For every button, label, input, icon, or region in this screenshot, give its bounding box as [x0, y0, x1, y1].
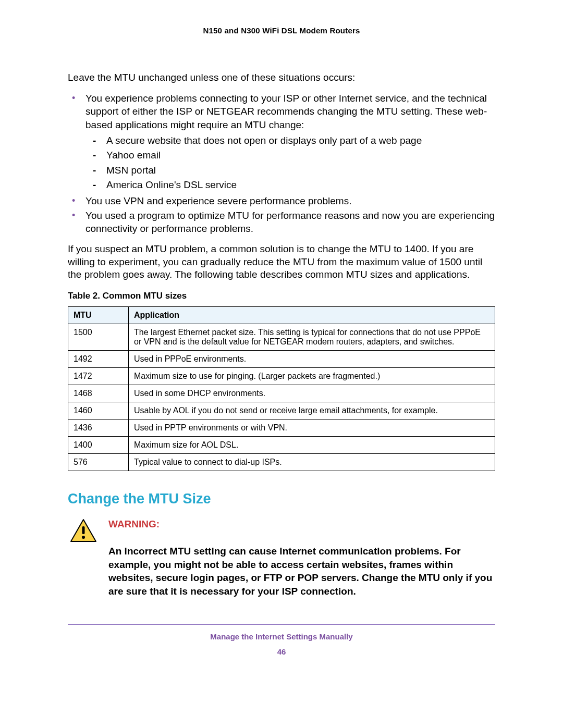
list-item: You used a program to optimize MTU for p… [83, 209, 495, 236]
sub-list: A secure website that does not open or d… [85, 134, 495, 192]
page-footer: Manage the Internet Settings Manually 46 [68, 632, 495, 656]
table-row: 1472 Maximum size to use for pinging. (L… [68, 367, 495, 385]
table-row: 576 Typical value to connect to dial-up … [68, 453, 495, 471]
warning-label: WARNING: [108, 519, 495, 530]
cell-app: Maximum size for AOL DSL. [129, 436, 495, 453]
cell-app: The largest Ethernet packet size. This s… [129, 324, 495, 350]
list-item-text: You experience problems connecting to yo… [85, 93, 487, 130]
cell-app: Used in PPPoE environments. [129, 350, 495, 367]
footer-divider [68, 624, 495, 625]
cell-app: Used in PPTP environments or with VPN. [129, 419, 495, 436]
cell-mtu: 1468 [68, 385, 129, 402]
warning-icon [70, 519, 97, 545]
footer-page-number: 46 [68, 647, 495, 656]
table-row: 1460 Usable by AOL if you do not send or… [68, 402, 495, 419]
table-row: 1492 Used in PPPoE environments. [68, 350, 495, 367]
svg-point-2 [82, 536, 85, 539]
cell-mtu: 1400 [68, 436, 129, 453]
list-item: You experience problems connecting to yo… [83, 92, 495, 192]
sub-list-item: Yahoo email [104, 149, 495, 163]
section-heading-change-mtu: Change the MTU Size [68, 491, 495, 507]
explanation-paragraph: If you suspect an MTU problem, a common … [68, 243, 495, 281]
cell-app: Used in some DHCP environments. [129, 385, 495, 402]
warning-content: WARNING: An incorrect MTU setting can ca… [108, 519, 495, 598]
list-item: You use VPN and experience severe perfor… [83, 194, 495, 208]
sub-list-item: A secure website that does not open or d… [104, 134, 495, 148]
warning-box: WARNING: An incorrect MTU setting can ca… [68, 519, 495, 598]
warning-text: An incorrect MTU setting can cause Inter… [108, 545, 495, 598]
table-row: 1400 Maximum size for AOL DSL. [68, 436, 495, 453]
svg-rect-1 [82, 526, 85, 534]
cell-mtu: 1460 [68, 402, 129, 419]
sub-list-item: MSN portal [104, 164, 495, 178]
cell-app: Usable by AOL if you do not send or rece… [129, 402, 495, 419]
document-page: N150 and N300 WiFi DSL Modem Routers Lea… [0, 0, 563, 677]
table-caption: Table 2. Common MTU sizes [68, 291, 495, 301]
table-header-mtu: MTU [68, 306, 129, 324]
cell-mtu: 576 [68, 453, 129, 471]
table-row: 1500 The largest Ethernet packet size. T… [68, 324, 495, 350]
cell-mtu: 1472 [68, 367, 129, 385]
cell-mtu: 1500 [68, 324, 129, 350]
table-header-application: Application [129, 306, 495, 324]
cell-mtu: 1436 [68, 419, 129, 436]
mtu-table: MTU Application 1500 The largest Etherne… [68, 306, 495, 471]
situation-list: You experience problems connecting to yo… [68, 92, 495, 236]
cell-mtu: 1492 [68, 350, 129, 367]
page-header-title: N150 and N300 WiFi DSL Modem Routers [68, 26, 495, 35]
cell-app: Typical value to connect to dial-up ISPs… [129, 453, 495, 471]
table-header-row: MTU Application [68, 306, 495, 324]
intro-paragraph: Leave the MTU unchanged unless one of th… [68, 71, 495, 84]
cell-app: Maximum size to use for pinging. (Larger… [129, 367, 495, 385]
table-row: 1468 Used in some DHCP environments. [68, 385, 495, 402]
sub-list-item: America Online's DSL service [104, 178, 495, 192]
footer-section-title: Manage the Internet Settings Manually [68, 632, 495, 641]
table-row: 1436 Used in PPTP environments or with V… [68, 419, 495, 436]
